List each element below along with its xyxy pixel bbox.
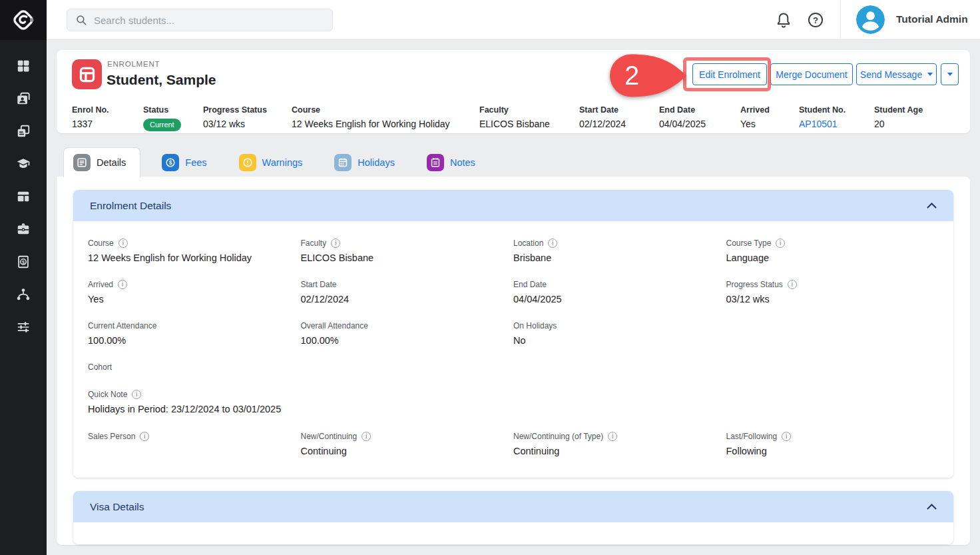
summary-progress-status: Progress Status 03/12 wks xyxy=(203,105,292,131)
info-icon[interactable] xyxy=(776,239,785,248)
enrolment-tabs: Details $ Fees Warnings Holidays Notes xyxy=(63,147,486,177)
top-bar: ? Tutorial Admin xyxy=(47,0,980,40)
field-current-attendance: Current Attendance 100.00% xyxy=(88,321,301,362)
enrolment-module-icon xyxy=(72,59,102,89)
chevron-down-icon xyxy=(927,73,933,76)
help-icon[interactable]: ? xyxy=(807,11,824,29)
info-icon[interactable] xyxy=(132,390,141,399)
send-message-button[interactable]: Send Message xyxy=(856,63,937,85)
summary-faculty: Faculty ELICOS Bisbane xyxy=(479,105,579,131)
info-icon[interactable] xyxy=(788,280,797,289)
field-new-continuing-of-type: New/Continuing (of Type) Continuing xyxy=(513,432,726,470)
field-start-date: Start Date 02/12/2024 xyxy=(301,280,514,321)
more-actions-button[interactable] xyxy=(941,63,959,85)
field-overall-attendance: Overall Attendance 100.00% xyxy=(301,321,514,362)
field-last-following: Last/Following Following xyxy=(726,432,939,470)
svg-text:$: $ xyxy=(169,159,172,166)
student-no-link[interactable]: AP10501 xyxy=(799,119,838,129)
details-tab-content: Enrolment Details Course 12 Weeks Englis… xyxy=(57,177,970,545)
enrolment-details-header[interactable]: Enrolment Details xyxy=(73,190,953,221)
summary-arrived: Arrived Yes xyxy=(740,105,799,131)
panel-title: Enrolment Details xyxy=(90,200,171,212)
info-icon[interactable] xyxy=(608,432,617,441)
tab-fees[interactable]: $ Fees xyxy=(151,147,217,177)
info-icon[interactable] xyxy=(362,432,371,441)
nav-documents-icon[interactable] xyxy=(16,124,31,139)
details-tab-icon xyxy=(73,154,91,171)
field-quick-note: Quick Note Holidays in Period: 23/12/202… xyxy=(88,390,513,432)
user-name[interactable]: Tutorial Admin xyxy=(896,13,968,25)
sidebar: $ xyxy=(0,0,47,555)
svg-text:$: $ xyxy=(22,259,25,265)
enrolment-details-body: Course 12 Weeks English for Working Holi… xyxy=(73,221,953,478)
nav-layout-icon[interactable] xyxy=(16,189,31,204)
summary-student-no: Student No. AP10501 xyxy=(799,105,874,131)
nav-network-icon[interactable] xyxy=(16,287,31,302)
svg-text:?: ? xyxy=(813,15,818,25)
field-location: Location Brisbane xyxy=(513,239,726,280)
info-icon[interactable] xyxy=(119,239,128,248)
nav-dashboard-icon[interactable] xyxy=(16,59,31,73)
tab-details[interactable]: Details xyxy=(63,147,140,177)
visa-details-body xyxy=(73,522,953,544)
fees-tab-icon: $ xyxy=(162,154,179,171)
field-sales-person: Sales Person xyxy=(88,432,301,470)
visa-details-panel: Visa Details xyxy=(73,491,953,544)
page-title: Student, Sample xyxy=(107,72,216,88)
info-icon[interactable] xyxy=(548,239,557,248)
edit-enrolment-button[interactable]: Edit Enrolment xyxy=(692,63,767,85)
summary-start-date: Start Date 02/12/2024 xyxy=(579,105,659,131)
field-course-type: Course Type Language xyxy=(726,239,939,280)
app-logo[interactable] xyxy=(0,0,47,40)
field-on-holidays: On Holidays No xyxy=(513,321,726,362)
search-icon xyxy=(75,14,87,26)
notes-tab-icon xyxy=(427,154,444,171)
field-course: Course 12 Weeks English for Working Holi… xyxy=(88,239,301,280)
info-icon[interactable] xyxy=(782,432,791,441)
enrolment-summary-bar: Enrol No. 1337 Status Current Progress S… xyxy=(57,105,970,131)
field-end-date: End Date 04/04/2025 xyxy=(513,280,726,321)
chevron-up-icon[interactable] xyxy=(927,504,937,510)
nav-courses-icon[interactable] xyxy=(16,157,31,171)
status-badge: Current xyxy=(143,119,181,131)
field-arrived: Arrived Yes xyxy=(88,280,301,321)
info-icon[interactable] xyxy=(140,432,149,441)
tab-notes[interactable]: Notes xyxy=(416,147,486,177)
chevron-down-icon xyxy=(947,73,953,76)
warnings-tab-icon xyxy=(239,154,256,171)
nav-agents-icon[interactable] xyxy=(16,222,31,237)
field-faculty: Faculty ELICOS Bisbane xyxy=(301,239,514,280)
merge-document-button[interactable]: Merge Document xyxy=(770,63,853,85)
topbar-divider xyxy=(840,0,841,40)
search-input[interactable] xyxy=(94,15,324,26)
info-icon[interactable] xyxy=(118,280,127,289)
nav-settings-icon[interactable] xyxy=(16,320,31,334)
summary-end-date: End Date 04/04/2025 xyxy=(659,105,740,131)
nav-finance-icon[interactable]: $ xyxy=(16,255,31,269)
summary-status: Status Current xyxy=(143,105,203,131)
panel-title: Visa Details xyxy=(90,501,144,513)
field-cohort: Cohort xyxy=(88,362,301,390)
field-new-continuing: New/Continuing Continuing xyxy=(301,432,514,470)
tab-holidays[interactable]: Holidays xyxy=(324,147,405,177)
notifications-bell-icon[interactable] xyxy=(775,11,792,29)
summary-course: Course 12 Weeks English for Working Holi… xyxy=(292,105,479,131)
field-progress-status: Progress Status 03/12 wks xyxy=(726,280,939,321)
student-search[interactable] xyxy=(67,9,333,31)
holidays-tab-icon xyxy=(334,154,352,171)
user-avatar[interactable] xyxy=(856,5,885,34)
chevron-up-icon[interactable] xyxy=(927,203,937,209)
info-icon[interactable] xyxy=(331,239,340,248)
enrolment-details-panel: Enrolment Details Course 12 Weeks Englis… xyxy=(73,190,953,478)
visa-details-header[interactable]: Visa Details xyxy=(73,491,953,522)
enrolment-header-card: ENROLMENT Student, Sample Edit Enrolment… xyxy=(57,50,970,133)
brand-logo-icon xyxy=(11,7,36,33)
summary-enrol-no: Enrol No. 1337 xyxy=(72,105,143,131)
tab-warnings[interactable]: Warnings xyxy=(228,147,314,177)
page-kicker: ENROLMENT xyxy=(107,60,160,68)
nav-students-icon[interactable] xyxy=(16,91,31,106)
summary-student-age: Student Age 20 xyxy=(874,105,970,131)
